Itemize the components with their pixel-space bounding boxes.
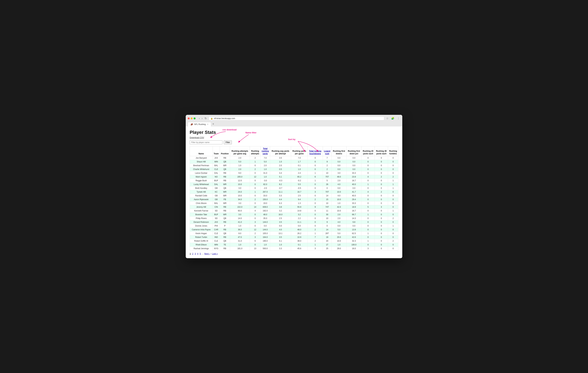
table-cell: 0 bbox=[308, 164, 323, 167]
table-cell: QB bbox=[220, 232, 230, 235]
pagination-next[interactable]: Next › bbox=[204, 252, 210, 255]
table-cell: 35.0 bbox=[260, 217, 270, 220]
table-cell: Rashad Jennings bbox=[190, 247, 213, 250]
table-cell: 2.0 bbox=[230, 167, 250, 171]
table-cell: 0 bbox=[375, 213, 388, 217]
table-cell: 0 bbox=[308, 156, 323, 160]
table-cell: 0 bbox=[361, 198, 375, 201]
table-cell: 11 bbox=[323, 209, 331, 213]
table-cell: 10.0 bbox=[331, 198, 346, 201]
maximize-button[interactable] bbox=[194, 117, 196, 119]
filter-button[interactable]: Filter bbox=[224, 140, 232, 144]
table-cell: Brett Hundley bbox=[190, 186, 213, 190]
table-cell: 29.4 bbox=[346, 198, 361, 201]
table-cell: Kevin Hogan bbox=[190, 232, 213, 235]
table-cell: IND bbox=[213, 235, 220, 239]
pagination-page-4[interactable]: 4 bbox=[197, 252, 198, 255]
close-button[interactable] bbox=[188, 117, 190, 119]
pagination-page-5[interactable]: 5 bbox=[200, 252, 201, 255]
table-cell: 2.0 bbox=[270, 164, 291, 167]
table-cell: 3.5 bbox=[270, 220, 291, 224]
table-cell: 0.1 bbox=[291, 164, 307, 167]
table-cell: 5.5 bbox=[291, 183, 307, 186]
refresh-button[interactable]: ↻ bbox=[204, 116, 207, 120]
table-cell: 2 bbox=[250, 156, 261, 160]
table-row: Shaun HillMINQB5.015.01.01.7090.00.0000 bbox=[190, 160, 398, 164]
table-cell: WR bbox=[220, 183, 230, 186]
tab-close-button[interactable]: ✕ bbox=[207, 123, 208, 125]
table-cell: 0 bbox=[388, 228, 398, 232]
table-cell: 0 bbox=[375, 164, 388, 167]
table-row: Tyreek HillKCWR24.01267.011.116.7370T10.… bbox=[190, 190, 398, 194]
pagination-page-3[interactable]: 3 bbox=[195, 252, 196, 255]
download-csv-link[interactable]: Download CSV bbox=[190, 136, 204, 139]
col-rush-yards-game: Rushing yardsper game bbox=[291, 146, 307, 156]
menu-button[interactable]: ⋮ bbox=[396, 116, 400, 120]
table-cell: JAX bbox=[213, 220, 220, 224]
player-name-filter-input[interactable] bbox=[190, 140, 222, 144]
table-cell: 7.0 bbox=[260, 156, 270, 160]
table-cell: 18 bbox=[323, 235, 331, 239]
table-cell: 10.0 bbox=[230, 183, 250, 186]
table-cell: 0 bbox=[250, 186, 261, 190]
table-cell: 222.0 bbox=[230, 205, 250, 209]
table-cell: Robert Turbin bbox=[190, 235, 213, 239]
col-longest-rush[interactable]: Logestrush bbox=[323, 146, 331, 156]
table-cell: 36.0 bbox=[230, 228, 250, 232]
table-cell: 5.1 bbox=[270, 175, 291, 179]
table-cell: RB bbox=[220, 235, 230, 239]
table-cell: 2 bbox=[375, 175, 388, 179]
bookmark-button[interactable]: ☆ bbox=[386, 116, 389, 120]
table-cell: Kenneth Farrow bbox=[190, 209, 213, 213]
table-cell: 15 bbox=[323, 198, 331, 201]
table-cell: 19.0 bbox=[260, 201, 270, 205]
table-cell: 48.0 bbox=[260, 213, 270, 217]
col-total-rush-yards[interactable]: Totalrushingyards bbox=[260, 146, 270, 156]
forward-button[interactable]: › bbox=[201, 116, 203, 120]
table-cell: 0 bbox=[308, 160, 323, 164]
table-cell: 0 bbox=[250, 194, 261, 198]
table-cell: 10 bbox=[323, 201, 331, 205]
minimize-button[interactable] bbox=[191, 117, 193, 119]
table-cell: 4 bbox=[361, 175, 375, 179]
pagination-last[interactable]: Last » bbox=[212, 252, 218, 255]
table-cell: 6.1 bbox=[270, 239, 291, 243]
table-cell: 0.5 bbox=[270, 167, 291, 171]
table-cell: 0 bbox=[375, 235, 388, 239]
table-cell: 3 bbox=[250, 220, 261, 224]
table-cell: 3.0 bbox=[331, 171, 346, 175]
table-cell: SD bbox=[213, 209, 220, 213]
table-cell: 16.7 bbox=[291, 190, 307, 194]
address-bar[interactable]: 🔒 nfl-brian.herokuapp.com bbox=[209, 116, 384, 120]
table-cell: 0 bbox=[388, 198, 398, 201]
table-cell: RB bbox=[220, 228, 230, 232]
table-cell: 0 bbox=[388, 247, 398, 250]
table-cell: 3 bbox=[375, 205, 388, 209]
pagination-page-2[interactable]: 2 bbox=[192, 252, 193, 255]
table-cell: 74T bbox=[323, 205, 331, 209]
table-cell: 2 bbox=[308, 198, 323, 201]
table-cell: RB bbox=[220, 247, 230, 250]
table-cell: 0 bbox=[308, 213, 323, 217]
extensions-button[interactable]: 🧩 bbox=[390, 116, 395, 120]
active-tab[interactable]: 🏈 NFL Rushing ✕ bbox=[188, 122, 211, 126]
new-tab-button[interactable]: + bbox=[211, 122, 216, 126]
table-cell: 0.0 bbox=[331, 186, 346, 190]
table-cell: 1 bbox=[308, 243, 323, 247]
table-cell: 3 bbox=[308, 247, 323, 250]
table-cell: 1 bbox=[250, 160, 261, 164]
table-cell: 0 bbox=[375, 198, 388, 201]
col-total-rush-td[interactable]: Total rushingtouchdowns bbox=[308, 146, 323, 156]
back-button[interactable]: ‹ bbox=[198, 116, 200, 120]
table-cell: JAX bbox=[213, 156, 220, 160]
table-cell: NO bbox=[213, 175, 220, 179]
stats-table: Name Team Position Rushing attemptsper g… bbox=[190, 146, 398, 251]
table-cell: 3.5 bbox=[270, 235, 291, 239]
table-cell: Robert Griffin III bbox=[190, 239, 213, 243]
table-cell: 2.0 bbox=[331, 179, 346, 183]
pagination-current-1[interactable]: 1 bbox=[190, 252, 191, 255]
table-cell: 5.0 bbox=[331, 232, 346, 235]
table-cell: 0 bbox=[250, 179, 261, 183]
table-cell: 9.4 bbox=[291, 198, 307, 201]
table-cell: 1 bbox=[361, 183, 375, 186]
